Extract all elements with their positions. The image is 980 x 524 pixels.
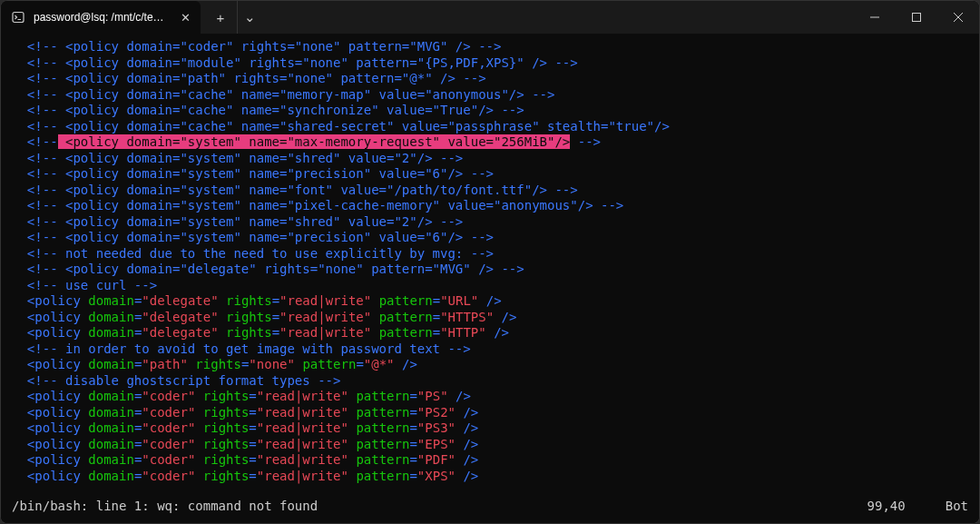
code-line: <!-- <policy domain="system" name="shred… — [12, 214, 968, 231]
code-line: <policy domain="coder" rights="read|writ… — [12, 452, 968, 469]
code-line: <!-- <policy domain="cache" name="shared… — [12, 119, 968, 135]
close-button[interactable] — [937, 1, 979, 34]
new-tab-button[interactable]: + — [204, 1, 237, 34]
tab-close-button[interactable]: ✕ — [178, 9, 193, 25]
status-message: /bin/bash: line 1: wq: command not found — [12, 499, 318, 515]
code-line: <!-- <policy domain="cache" name="synchr… — [12, 103, 968, 119]
code-line: <!-- <policy domain="delegate" rights="n… — [12, 262, 968, 278]
code-line: <policy domain="coder" rights="read|writ… — [12, 437, 968, 453]
code-line: <!-- <policy domain="system" name="preci… — [12, 166, 968, 183]
tab-strip: password@lsq: /mnt/c/test/te ✕ + ⌄ — [1, 1, 262, 34]
svg-rect-0 — [13, 13, 24, 23]
code-line: <!-- <policy domain="system" name="shred… — [12, 151, 968, 167]
tab-actions: + ⌄ — [201, 1, 262, 34]
cursor-position: 99,40 — [867, 499, 906, 515]
code-line: <!-- <policy domain="system" name="font"… — [12, 183, 968, 199]
code-line: <policy domain="coder" rights="read|writ… — [12, 405, 968, 421]
minimize-button[interactable] — [854, 1, 896, 34]
code-line: <!-- disable ghostscript format types --… — [12, 373, 968, 390]
titlebar: password@lsq: /mnt/c/test/te ✕ + ⌄ — [1, 1, 979, 34]
terminal-viewport[interactable]: <!-- <policy domain="coder" rights="none… — [1, 34, 979, 523]
code-line: <!-- <policy domain="path" rights="none"… — [12, 71, 968, 87]
code-line: <!-- <policy domain="coder" rights="none… — [12, 39, 968, 55]
scroll-indicator: Bot — [946, 499, 968, 515]
terminal-window: password@lsq: /mnt/c/test/te ✕ + ⌄ <!-- … — [0, 0, 980, 524]
code-line: <!-- not needed due to the need to use e… — [12, 246, 968, 262]
code-line: <policy domain="delegate" rights="read|w… — [12, 310, 968, 326]
terminal-icon — [12, 11, 24, 24]
code-line: <!-- <policy domain="system" name="pixel… — [12, 198, 968, 214]
code-line: <policy domain="coder" rights="read|writ… — [12, 420, 968, 437]
code-line: <!-- <policy domain="module" rights="non… — [12, 55, 968, 72]
code-line: <policy domain="coder" rights="read|writ… — [12, 389, 968, 405]
vim-status-line: /bin/bash: line 1: wq: command not found… — [12, 499, 968, 515]
code-line: <!-- <policy domain="cache" name="memory… — [12, 87, 968, 104]
code-line: <policy domain="delegate" rights="read|w… — [12, 325, 968, 341]
code-line: <policy domain="path" rights="none" patt… — [12, 357, 968, 373]
code-line: <policy domain="delegate" rights="read|w… — [12, 293, 968, 310]
code-line: <!-- <policy domain="system" name="preci… — [12, 230, 968, 246]
window-controls — [854, 1, 979, 34]
code-line: <!-- in order to avoid to get image with… — [12, 341, 968, 358]
code-line: <!-- use curl --> — [12, 278, 968, 294]
code-line: <!-- <policy domain="system" name="max-m… — [12, 134, 968, 151]
svg-rect-3 — [913, 14, 921, 22]
maximize-button[interactable] — [896, 1, 937, 34]
code-line: <policy domain="coder" rights="read|writ… — [12, 469, 968, 485]
tab-dropdown-button[interactable]: ⌄ — [237, 1, 262, 34]
tab-title: password@lsq: /mnt/c/test/te — [34, 11, 169, 24]
terminal-content: <!-- <policy domain="coder" rights="none… — [12, 39, 968, 484]
terminal-tab[interactable]: password@lsq: /mnt/c/test/te ✕ — [1, 1, 201, 34]
